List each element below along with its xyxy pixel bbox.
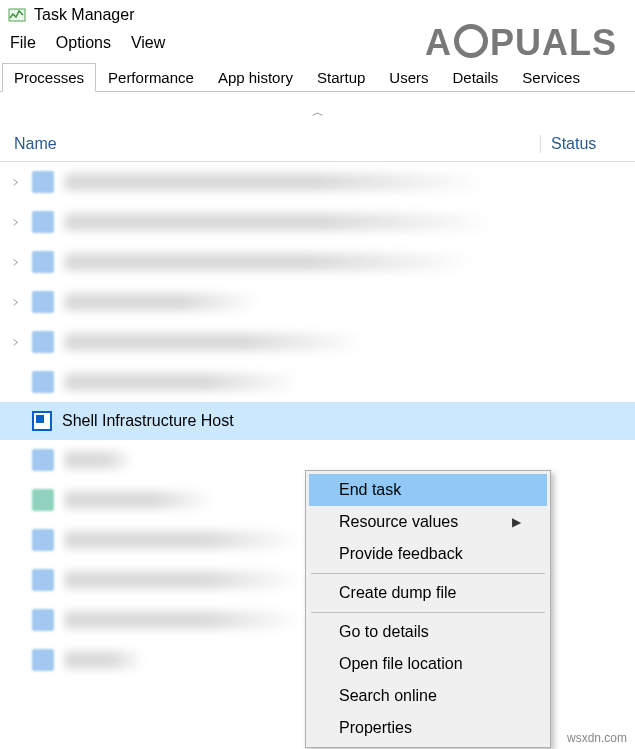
menu-view[interactable]: View <box>131 34 165 52</box>
column-collapse-bar[interactable]: ︿ <box>0 92 635 129</box>
menu-item-label: Properties <box>339 719 412 737</box>
table-row[interactable] <box>0 362 635 402</box>
process-icon <box>32 371 54 393</box>
chevron-right-icon[interactable]: ﹥ <box>10 174 22 191</box>
menu-item-label: Open file location <box>339 655 463 673</box>
tab-details[interactable]: Details <box>441 63 511 92</box>
menu-item-go-to-details[interactable]: Go to details <box>309 616 547 648</box>
chevron-right-icon[interactable]: ﹥ <box>10 254 22 271</box>
menu-separator <box>311 573 545 574</box>
tab-users[interactable]: Users <box>377 63 440 92</box>
tab-performance[interactable]: Performance <box>96 63 206 92</box>
menu-item-label: Go to details <box>339 623 429 641</box>
chevron-right-icon[interactable]: ﹥ <box>10 214 22 231</box>
process-icon <box>32 331 54 353</box>
watermark-circle-icon <box>454 24 488 58</box>
table-row[interactable]: ﹥ <box>0 322 635 362</box>
process-name-blurred <box>64 611 299 629</box>
process-name-blurred <box>64 293 259 311</box>
table-row[interactable]: ﹥ <box>0 242 635 282</box>
process-icon <box>32 211 54 233</box>
watermark-post: PUALS <box>490 22 617 64</box>
task-manager-icon <box>8 6 26 24</box>
process-icon <box>32 171 54 193</box>
process-icon <box>32 291 54 313</box>
tab-app-history[interactable]: App history <box>206 63 305 92</box>
tab-strip: Processes Performance App history Startu… <box>0 62 635 92</box>
menu-item-resource-values[interactable]: Resource values ▶ <box>309 506 547 538</box>
tab-processes[interactable]: Processes <box>2 63 96 92</box>
source-attribution: wsxdn.com <box>567 731 627 745</box>
column-name[interactable]: Name <box>0 135 540 153</box>
process-name-blurred <box>64 253 474 271</box>
process-icon <box>32 489 54 511</box>
process-name-blurred <box>64 213 494 231</box>
menu-file[interactable]: File <box>10 34 36 52</box>
process-name-blurred <box>64 451 134 469</box>
process-icon <box>32 569 54 591</box>
process-icon <box>32 529 54 551</box>
menu-separator <box>311 612 545 613</box>
menu-item-end-task[interactable]: End task <box>309 474 547 506</box>
menu-item-label: Resource values <box>339 513 458 531</box>
column-headers: Name Status <box>0 129 635 162</box>
table-row[interactable]: ﹥ <box>0 282 635 322</box>
menu-item-provide-feedback[interactable]: Provide feedback <box>309 538 547 570</box>
chevron-right-icon[interactable]: ﹥ <box>10 294 22 311</box>
menu-options[interactable]: Options <box>56 34 111 52</box>
process-name-blurred <box>64 531 299 549</box>
table-row-selected[interactable]: Shell Infrastructure Host <box>0 402 635 440</box>
process-name: Shell Infrastructure Host <box>62 412 234 430</box>
process-icon <box>32 251 54 273</box>
process-icon <box>32 649 54 671</box>
column-status[interactable]: Status <box>540 135 635 153</box>
chevron-right-icon: ▶ <box>512 515 521 529</box>
process-name-blurred <box>64 651 144 669</box>
menu-item-open-file-location[interactable]: Open file location <box>309 648 547 680</box>
context-menu: End task Resource values ▶ Provide feedb… <box>305 470 551 748</box>
chevron-right-icon[interactable]: ﹥ <box>10 334 22 351</box>
watermark: A PUALS <box>425 22 617 64</box>
process-name-blurred <box>64 491 214 509</box>
shell-infrastructure-icon <box>32 411 52 431</box>
watermark-pre: A <box>425 22 452 64</box>
window-title: Task Manager <box>34 6 135 24</box>
process-name-blurred <box>64 333 364 351</box>
process-name-blurred <box>64 173 484 191</box>
chevron-up-icon: ︿ <box>312 105 324 119</box>
menu-item-label: End task <box>339 481 401 499</box>
menu-item-properties[interactable]: Properties <box>309 712 547 744</box>
process-icon <box>32 609 54 631</box>
tab-startup[interactable]: Startup <box>305 63 377 92</box>
menu-item-label: Create dump file <box>339 584 456 602</box>
menu-item-search-online[interactable]: Search online <box>309 680 547 712</box>
process-name-blurred <box>64 373 299 391</box>
tab-services[interactable]: Services <box>510 63 592 92</box>
process-icon <box>32 449 54 471</box>
menu-item-label: Search online <box>339 687 437 705</box>
process-name-blurred <box>64 571 299 589</box>
menu-item-label: Provide feedback <box>339 545 463 563</box>
menu-item-create-dump-file[interactable]: Create dump file <box>309 577 547 609</box>
table-row[interactable]: ﹥ <box>0 202 635 242</box>
table-row[interactable]: ﹥ <box>0 162 635 202</box>
